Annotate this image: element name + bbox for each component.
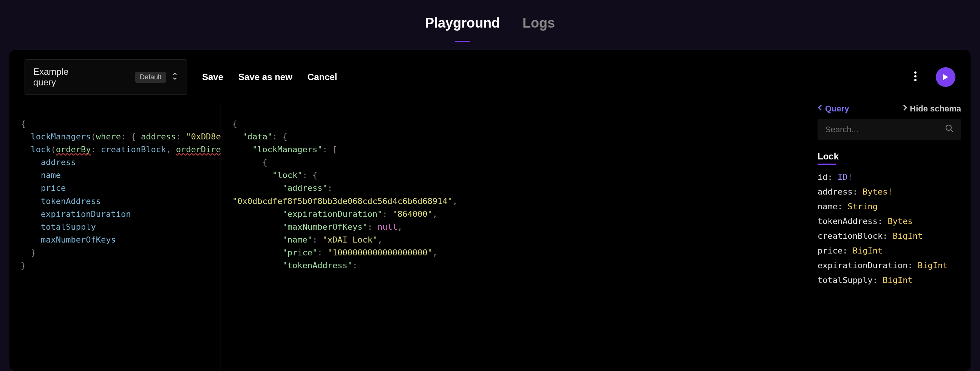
save-as-new-button[interactable]: Save as new [239, 72, 293, 82]
schema-field-type: BigInt [893, 231, 923, 240]
schema-field-name: name: [818, 202, 847, 211]
query-selector[interactable]: Example query Default [25, 59, 187, 95]
svg-point-2 [914, 79, 916, 81]
query-badge: Default [135, 72, 166, 83]
schema-field-type: String [847, 202, 877, 211]
sort-icon[interactable] [172, 72, 178, 82]
schema-field-name: tokenAddress: [818, 217, 888, 226]
run-button[interactable] [936, 67, 955, 87]
schema-field-type: Bytes [888, 217, 912, 226]
schema-field[interactable]: address: Bytes! [818, 187, 961, 196]
schema-search[interactable] [818, 119, 961, 140]
schema-field-name: creationBlock: [818, 231, 893, 240]
tab-playground[interactable]: Playground [425, 15, 500, 38]
schema-field-type: Bytes! [862, 187, 892, 196]
schema-field[interactable]: tokenAddress: Bytes [818, 217, 961, 226]
toolbar: Example query Default Save Save as new C… [10, 50, 970, 102]
schema-field[interactable]: name: String [818, 202, 961, 211]
schema-field-name: price: [818, 246, 853, 255]
schema-field[interactable]: id: ID! [818, 172, 961, 182]
schema-field-name: address: [818, 187, 862, 196]
editor-row: { lockManagers(where: { address: "0xDD8e… [10, 102, 970, 371]
schema-field[interactable]: price: BigInt [818, 246, 961, 255]
schema-back-button[interactable]: Query [818, 104, 849, 114]
more-menu-icon[interactable] [910, 67, 921, 87]
schema-field-type: ID! [838, 172, 853, 182]
chevron-left-icon [818, 104, 823, 114]
result-viewer[interactable]: { "data": { "lockManagers": [ { "lock": … [221, 102, 808, 371]
schema-field-name: id: [818, 172, 838, 182]
schema-field[interactable]: expirationDuration: BigInt [818, 261, 961, 270]
search-icon [945, 124, 953, 134]
schema-title: Lock [818, 151, 961, 165]
schema-field-type: BigInt [883, 275, 912, 285]
schema-field-name: expirationDuration: [818, 261, 918, 270]
svg-point-1 [914, 75, 916, 78]
schema-fields: id: ID!address: Bytes!name: StringtokenA… [818, 172, 961, 285]
schema-field[interactable]: creationBlock: BigInt [818, 231, 961, 240]
hide-schema-button[interactable]: Hide schema [902, 104, 961, 114]
schema-pane: Query Hide schema Lock id: ID!address: B… [808, 102, 970, 371]
save-button[interactable]: Save [202, 72, 223, 82]
chevron-right-icon [902, 104, 907, 114]
svg-point-3 [946, 125, 951, 131]
schema-field[interactable]: totalSupply: BigInt [818, 275, 961, 285]
schema-field-name: totalSupply: [818, 275, 883, 285]
top-tabs: Playground Logs [0, 0, 980, 50]
query-name: Example query [33, 67, 82, 88]
schema-search-input[interactable] [825, 125, 945, 134]
playground-panel: Example query Default Save Save as new C… [10, 50, 970, 371]
schema-field-type: BigInt [918, 261, 948, 270]
svg-point-0 [914, 72, 916, 74]
query-editor[interactable]: { lockManagers(where: { address: "0xDD8e… [10, 102, 221, 371]
cancel-button[interactable]: Cancel [307, 72, 337, 82]
schema-field-type: BigInt [853, 246, 883, 255]
tab-logs[interactable]: Logs [522, 15, 555, 38]
